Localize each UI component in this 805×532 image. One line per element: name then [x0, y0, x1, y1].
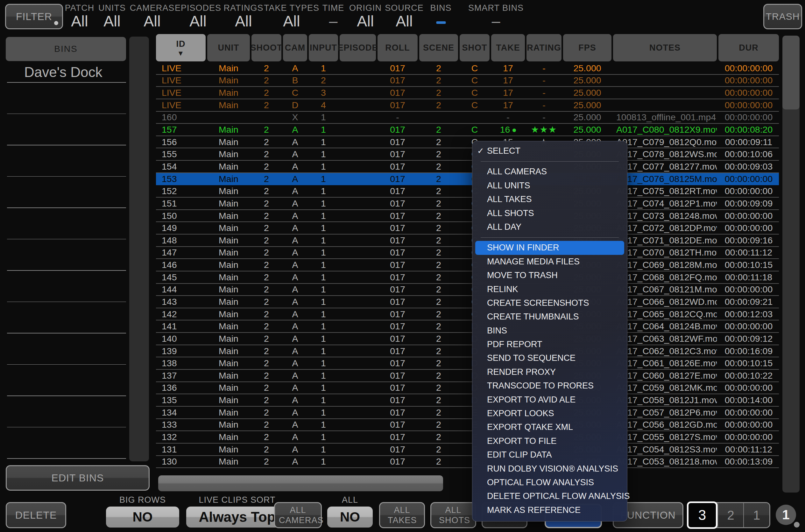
menu-item-mark-as-reference[interactable]: MARK AS REFERENCE	[472, 504, 627, 517]
menu-item-delete-optical-flow-analysis[interactable]: DELETE OPTICAL FLOW ANALYSIS	[472, 489, 627, 503]
menu-item-export-to-file[interactable]: EXPORT TO FILE	[472, 434, 627, 448]
column-header-shoot[interactable]: SHOOT	[251, 34, 281, 61]
menu-item-export-looks[interactable]: EXPORT LOOKS	[472, 407, 627, 420]
column-header-shot[interactable]: SHOT	[460, 34, 490, 61]
column-header-rating[interactable]: RATING	[526, 34, 561, 61]
filter-field-smart-bins[interactable]: SMART BINS–	[468, 3, 524, 29]
filter-field-source[interactable]: SOURCEAll	[385, 3, 424, 29]
table-row[interactable]: 154Main2A10172C25.000A017_C077_081277.mo…	[156, 161, 779, 173]
menu-item-render-proxy[interactable]: RENDER PROXY	[472, 365, 627, 379]
menu-item-send-to-sequence[interactable]: SEND TO SEQUENCE	[472, 351, 627, 365]
trash-button[interactable]: TRASH	[763, 4, 802, 29]
menu-item-manage-media-files[interactable]: MANAGE MEDIA FILES	[472, 255, 627, 269]
filter-field-take-types[interactable]: TAKE TYPESAll	[264, 3, 319, 29]
table-row[interactable]: 136Main2A10172D25.000A017_C059_0812MK.mo…	[156, 382, 779, 395]
menu-item-all-units[interactable]: ALL UNITS	[472, 179, 627, 192]
menu-item-all-day[interactable]: ALL DAY	[472, 220, 627, 234]
horizontal-scrollbar-thumb[interactable]	[158, 475, 443, 491]
all-cameras-button[interactable]: ALL CAMERAS	[274, 502, 322, 528]
filter-field-cameras[interactable]: CAMERASAll	[130, 3, 175, 29]
live-clips-sort-toggle[interactable]: Always Top	[186, 507, 288, 528]
filter-field-episodes[interactable]: EPISODESAll	[175, 3, 221, 29]
column-header-take[interactable]: TAKE	[491, 34, 525, 61]
filter-field-bins[interactable]: BINS	[430, 3, 451, 29]
edit-bins-button[interactable]: EDIT BINS	[6, 465, 150, 491]
column-header-cam[interactable]: CAM	[283, 34, 307, 61]
menu-item-export-to-avid-ale[interactable]: EXPORT TO AVID ALE	[472, 393, 627, 407]
table-row[interactable]: 160X1---25.000100813_offline_001.mp400:0…	[156, 112, 779, 124]
table-row[interactable]: 150Main2A10172C25.000A017_C073_081248.mo…	[156, 210, 779, 223]
table-row-selected[interactable]: 153Main2A10172C25.000A017_C076_08125M.mo…	[156, 173, 779, 186]
column-header-unit[interactable]: UNIT	[207, 34, 250, 61]
table-row[interactable]: 130Main2A10172E25.000A017_C053_081218.mo…	[156, 456, 779, 468]
menu-item-all-cameras[interactable]: ALL CAMERAS	[472, 165, 627, 178]
table-row[interactable]: 144Main2A10172C25.000A017_C067_08121M.mo…	[156, 284, 779, 296]
bin-item[interactable]: Dave's Dock	[24, 64, 102, 80]
table-row[interactable]: 132Main2A10172E25.000A017_C055_08127S.mo…	[156, 431, 779, 443]
menu-item-transcode-to-prores[interactable]: TRANSCODE TO PRORES	[472, 379, 627, 393]
table-row[interactable]: 157Main2A10172C16★★★25.000A017_C080_0812…	[156, 124, 779, 136]
all-shots-button[interactable]: ALL SHOTS	[430, 502, 476, 528]
bins-scrollbar[interactable]	[129, 37, 149, 461]
table-row[interactable]: 147Main2A10172C25.000A017_C070_0812TH.mo…	[156, 247, 779, 259]
column-header-notes[interactable]: NOTES	[613, 34, 717, 61]
table-row[interactable]: 133Main2A10172E25.000A017_C056_0812GD.mo…	[156, 419, 779, 432]
filter-field-patch[interactable]: PATCHAll	[65, 3, 95, 29]
table-row[interactable]: 155Main2A10172C25.000A017_C078_0812WS.mo…	[156, 148, 779, 161]
table-row[interactable]: 142Main2A10172C25.000A017_C065_0812CQ.mo…	[156, 308, 779, 321]
table-row[interactable]: 135Main2A10172D25.000A017_C058_0812J1.mo…	[156, 394, 779, 407]
all-units-toggle[interactable]: NO	[327, 507, 373, 528]
menu-item-all-shots[interactable]: ALL SHOTS	[472, 207, 627, 220]
table-row[interactable]: 149Main2A10172C25.000A017_C072_0812DP.mo…	[156, 222, 779, 234]
menu-item-bins[interactable]: BINS	[472, 324, 627, 338]
table-row[interactable]: 156Main2A10172C15★25.000A017_C079_0812Q0…	[156, 136, 779, 149]
filter-field-ratings[interactable]: RATINGSAll	[223, 3, 263, 29]
table-row[interactable]: 141Main2A10172D25.000A017_C064_08124B.mo…	[156, 320, 779, 333]
table-row[interactable]: 140Main2A10172D25.000A017_C063_0812WF.mo…	[156, 333, 779, 345]
menu-item-export-qtake-xml[interactable]: EXPORT QTAKE XML	[472, 420, 627, 434]
table-row[interactable]: 131Main2A10172E25.000A017_C054_0812S3.mo…	[156, 443, 779, 456]
menu-item-all-takes[interactable]: ALL TAKES	[472, 192, 627, 206]
column-header-fps[interactable]: FPS	[563, 34, 612, 61]
column-header-episode[interactable]: EPISODE	[340, 34, 376, 61]
column-header-input[interactable]: INPUT	[309, 34, 338, 61]
table-row[interactable]: LIVEMain2C30172C17-25.00000:00:00:00	[156, 87, 779, 99]
menu-item-edit-clip-data[interactable]: EDIT CLIP DATA	[472, 448, 627, 462]
notification-badge[interactable]: 1	[776, 505, 796, 525]
all-takes-button[interactable]: ALL TAKES	[379, 502, 425, 528]
delete-button[interactable]: DELETE	[6, 502, 66, 528]
table-row[interactable]: 146Main2A10172C25.000A017_C069_08128M.mo…	[156, 259, 779, 271]
menu-item-select[interactable]: ✓SELECT	[472, 144, 627, 158]
layout-page-button-1[interactable]: 1	[743, 503, 769, 527]
column-header-scene[interactable]: SCENE	[419, 34, 458, 61]
vertical-scrollbar[interactable]	[782, 36, 800, 493]
filter-field-time[interactable]: TIME–	[322, 3, 344, 29]
table-row[interactable]: 129Main2A10172E25.000A017_C052_08126R.mo…	[156, 468, 779, 470]
menu-item-move-to-trash[interactable]: MOVE TO TRASH	[472, 269, 627, 282]
menu-item-create-screenshots[interactable]: CREATE SCREENSHOTS	[472, 296, 627, 310]
table-row[interactable]: 152Main2A10172C25.000A017_C075_0812RT.mo…	[156, 185, 779, 197]
filter-button[interactable]: FILTER	[5, 4, 63, 29]
table-row[interactable]: LIVEMain2A10172C17-25.00000:00:00:00	[156, 62, 779, 75]
table-row[interactable]: 137Main2A10172D25.000A017_C060_08127E.mo…	[156, 370, 779, 382]
big-rows-toggle[interactable]: NO	[106, 507, 179, 528]
menu-item-run-dolby-vision-analysis[interactable]: RUN DOLBY VISION® ANALYSIS	[472, 462, 627, 476]
column-header-dur[interactable]: DUR	[718, 34, 779, 61]
menu-item-create-thumbnails[interactable]: CREATE THUMBNAILS	[472, 310, 627, 324]
filter-field-origin[interactable]: ORIGINAll	[349, 3, 382, 29]
menu-item-show-in-finder[interactable]: SHOW IN FINDER	[475, 241, 624, 254]
table-row[interactable]: 143Main2A10172C25.000A017_C066_0812WD.mo…	[156, 296, 779, 308]
table-row[interactable]: 145Main2A10172C25.000A017_C068_0812FQ.mo…	[156, 271, 779, 284]
column-header-id[interactable]: ID▼	[156, 34, 206, 61]
layout-page-button-3[interactable]: 3	[687, 501, 717, 529]
table-row[interactable]: 151Main2A10172C25.000A017_C074_0812P1.mo…	[156, 197, 779, 210]
vertical-scrollbar-thumb[interactable]	[782, 36, 800, 110]
menu-item-optical-flow-analysis[interactable]: OPTICAL FLOW ANALYSIS	[472, 476, 627, 489]
menu-item-relink[interactable]: RELINK	[472, 283, 627, 296]
table-row[interactable]: 139Main2A10172D25.000A017_C062_0812C3.mo…	[156, 345, 779, 358]
table-row[interactable]: 148Main2A10172C25.000A017_C071_0812DE.mo…	[156, 234, 779, 247]
table-row[interactable]: LIVEMain2B20172C17-25.00000:00:00:00	[156, 75, 779, 87]
table-row[interactable]: LIVEMain2D40172C17-25.00000:00:00:00	[156, 99, 779, 112]
table-row[interactable]: 134Main2A10172E25.000A017_C057_0812P6.mo…	[156, 407, 779, 419]
table-row[interactable]: 138Main2A10172D25.000A017_C061_08126E.mo…	[156, 357, 779, 370]
